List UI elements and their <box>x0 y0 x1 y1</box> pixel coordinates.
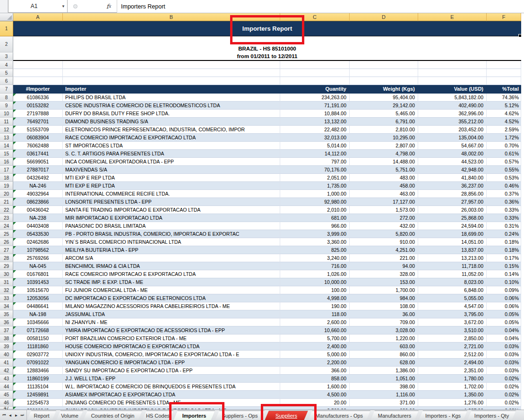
row-header-21[interactable]: 21 <box>0 198 13 206</box>
cell-quantity[interactable]: 70,176.00 <box>280 166 350 174</box>
cell-importer-name[interactable]: DUFRY DO BRASIL DUTY FREE SHOP LTDA. <box>63 110 280 118</box>
cell-quantity[interactable]: 966.00 <box>280 222 350 230</box>
cell-value[interactable]: 2,721.00 <box>418 343 487 351</box>
tab-volume[interactable]: Volume <box>56 411 83 420</box>
empty-cell[interactable] <box>350 69 418 77</box>
tab-countries-of-origin[interactable]: Countries of Origin <box>83 411 142 420</box>
cell-value[interactable]: 28,856.00 <box>418 190 487 198</box>
cell-importer-name[interactable]: MTI EXP E REP LTDA <box>63 174 280 182</box>
cell-pct-total[interactable]: 0.02% <box>487 383 521 391</box>
cell-quantity[interactable]: 5,700.00 <box>280 334 350 343</box>
row-header-27[interactable]: 27 <box>0 246 13 254</box>
empty-cell[interactable] <box>418 77 487 85</box>
cell-pct-total[interactable]: 0.15% <box>487 262 521 270</box>
selection-fill-handle[interactable] <box>518 34 522 37</box>
cell-weight[interactable]: 17,127.00 <box>350 198 418 206</box>
empty-cell[interactable] <box>63 61 280 69</box>
cell-pct-total[interactable]: 0.05% <box>487 318 521 326</box>
cell-quantity[interactable]: 1,026.00 <box>280 270 350 278</box>
cell-importer-name[interactable]: MTI EXP E REP LTDA <box>63 182 280 190</box>
row-header-7[interactable]: 7 <box>0 85 13 94</box>
cell-weight[interactable]: 3,028.00 <box>350 326 418 334</box>
cell-importer-name[interactable]: ASIAMEX IMPORTACAO E EXPORTACAO LTDA <box>63 391 280 399</box>
cell-pct-total[interactable]: 0.06% <box>487 294 521 302</box>
cell-importer-id[interactable]: 04486641 <box>13 302 63 310</box>
cell-pct-total[interactable]: 0.37% <box>487 190 521 198</box>
row-header-38[interactable]: 38 <box>0 334 13 343</box>
cell-weight[interactable]: 709.00 <box>350 318 418 326</box>
cell-pct-total[interactable]: 0.17% <box>487 254 521 262</box>
cell-importer-name[interactable]: YMIRA IMPORTACAO E EXPORTACAO DE ACESSOR… <box>63 326 280 334</box>
cell-pct-total[interactable]: 0.14% <box>487 270 521 278</box>
cell-importer-id[interactable]: 10798562 <box>13 246 63 254</box>
tab-importers-qty[interactable]: Importers - Qty <box>467 411 516 420</box>
cell-weight[interactable]: 10,295.00 <box>350 134 418 142</box>
cell-value[interactable]: 42,948.00 <box>418 166 487 174</box>
cell-importer-id[interactable]: 07091022 <box>13 359 63 367</box>
row-header-33[interactable]: 33 <box>0 294 13 302</box>
cell-value[interactable]: 11,718.00 <box>418 262 487 270</box>
cell-pct-total[interactable]: 5.12% <box>487 102 521 110</box>
cell-quantity[interactable]: 4,500.00 <box>280 391 350 399</box>
cell-pct-total[interactable]: 0.09% <box>487 286 521 294</box>
cell-pct-total[interactable]: 0.02% <box>487 375 521 383</box>
cell-pct-total[interactable]: 0.02% <box>487 399 521 407</box>
cell-pct-total[interactable]: 0.70% <box>487 142 521 150</box>
cell-importer-id[interactable]: 61086336 <box>13 94 63 102</box>
row-header-18[interactable]: 18 <box>0 174 13 182</box>
row-header-32[interactable]: 32 <box>0 286 13 294</box>
cell-value[interactable]: 1,350.00 <box>418 391 487 399</box>
cell-quantity[interactable]: 2,600.00 <box>280 318 350 326</box>
tab-suppliers[interactable]: Suppliers <box>265 411 308 420</box>
cell-importer-name[interactable]: ARCOM S/A <box>63 254 280 262</box>
cell-importer-name[interactable]: MIR IMPORTACAO E EXPORTACAO LTDA <box>63 214 280 222</box>
cell-importer-id[interactable]: NA-198 <box>13 310 63 318</box>
cell-weight[interactable]: 1,116.00 <box>350 391 418 399</box>
cell-value[interactable]: 18,699.00 <box>418 230 487 238</box>
cell-pct-total[interactable]: 0.03% <box>487 343 521 351</box>
cell-quantity[interactable]: 1,600.00 <box>280 383 350 391</box>
cell-value[interactable]: 54,667.00 <box>418 142 487 150</box>
row-header-41[interactable]: 41 <box>0 359 13 367</box>
cell-value[interactable]: 1,276.00 <box>418 399 487 407</box>
cell-value[interactable]: 3,795.00 <box>418 310 487 318</box>
cell-quantity[interactable]: 10,000.00 <box>280 278 350 286</box>
cell-pct-total[interactable]: 74.36% <box>487 94 521 102</box>
cell-quantity[interactable]: 825.00 <box>280 246 350 254</box>
row-header-13[interactable]: 13 <box>0 134 13 142</box>
cell-importer-id[interactable]: NA-246 <box>13 182 63 190</box>
cell-weight[interactable]: 4,251.00 <box>350 246 418 254</box>
cell-importer-id[interactable]: 49032964 <box>13 190 63 198</box>
cell-value[interactable]: 4,547.00 <box>418 302 487 310</box>
cell-pct-total[interactable]: 0.03% <box>487 359 521 367</box>
cell-importer-id[interactable]: 07172668 <box>13 326 63 334</box>
cell-importer-id[interactable]: NA-238 <box>13 214 63 222</box>
col-header-importer-id[interactable]: #Importer <box>13 85 63 94</box>
empty-cell[interactable] <box>487 61 521 69</box>
cell-quantity[interactable]: 13,132.00 <box>280 118 350 126</box>
cell-weight[interactable]: 1,386.00 <box>350 367 418 375</box>
cell-value[interactable]: 24,594.00 <box>418 222 487 230</box>
row-header-20[interactable]: 20 <box>0 190 13 198</box>
row-header-5[interactable]: 5 <box>0 69 13 77</box>
cell-quantity[interactable]: 2,051.00 <box>280 174 350 182</box>
cell-weight[interactable]: 483.00 <box>350 174 418 182</box>
cell-pct-total[interactable]: 0.61% <box>487 150 521 158</box>
cell-weight[interactable]: 432.00 <box>350 222 418 230</box>
cell-value[interactable]: 402,490.00 <box>418 102 487 110</box>
cell-importer-name[interactable]: CESDE INDUSTRIA E COMERCIO DE ELETRODOME… <box>63 102 280 110</box>
cell-quantity[interactable]: 92,980.00 <box>280 198 350 206</box>
cell-quantity[interactable]: 366.00 <box>280 367 350 375</box>
cell-pct-total[interactable]: 0.05% <box>487 310 521 318</box>
cell-pct-total[interactable]: 0.57% <box>487 158 521 166</box>
empty-cell[interactable] <box>487 77 521 85</box>
report-title-cell[interactable]: Importers Report <box>13 21 521 36</box>
cell-quantity[interactable]: 1,000.00 <box>280 190 350 198</box>
cell-value[interactable]: 135,004.00 <box>418 134 487 142</box>
empty-cell[interactable] <box>280 69 350 77</box>
cell-importer-name[interactable]: ST IMPORTACOES LTDA <box>63 142 280 150</box>
row-header-31[interactable]: 31 <box>0 278 13 286</box>
cell-name-box[interactable]: A1 ▼ <box>8 0 68 13</box>
cell-importer-id[interactable]: 76492701 <box>13 118 63 126</box>
row-header-28[interactable]: 28 <box>0 254 13 262</box>
